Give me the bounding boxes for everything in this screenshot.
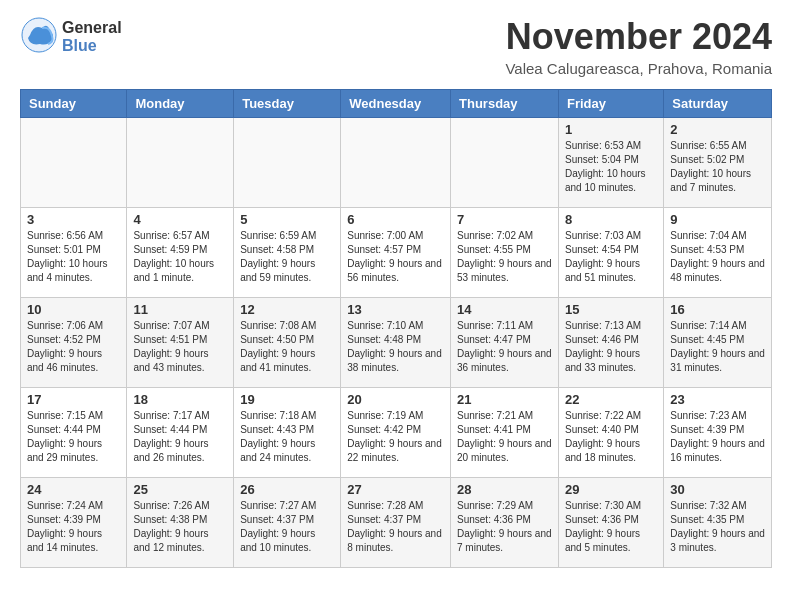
logo: General Blue (20, 16, 122, 58)
day-info: Sunrise: 7:10 AM Sunset: 4:48 PM Dayligh… (347, 319, 444, 375)
day-info: Sunrise: 7:32 AM Sunset: 4:35 PM Dayligh… (670, 499, 765, 555)
day-number: 15 (565, 302, 657, 317)
calendar-week-3: 10Sunrise: 7:06 AM Sunset: 4:52 PM Dayli… (21, 298, 772, 388)
day-info: Sunrise: 7:03 AM Sunset: 4:54 PM Dayligh… (565, 229, 657, 285)
page: General Blue November 2024 Valea Calugar… (0, 0, 792, 584)
day-info: Sunrise: 7:21 AM Sunset: 4:41 PM Dayligh… (457, 409, 552, 465)
calendar-cell: 10Sunrise: 7:06 AM Sunset: 4:52 PM Dayli… (21, 298, 127, 388)
calendar-cell: 4Sunrise: 6:57 AM Sunset: 4:59 PM Daylig… (127, 208, 234, 298)
col-sunday: Sunday (21, 90, 127, 118)
calendar-cell: 3Sunrise: 6:56 AM Sunset: 5:01 PM Daylig… (21, 208, 127, 298)
calendar-cell: 15Sunrise: 7:13 AM Sunset: 4:46 PM Dayli… (558, 298, 663, 388)
calendar-cell: 1Sunrise: 6:53 AM Sunset: 5:04 PM Daylig… (558, 118, 663, 208)
location: Valea Calugareasca, Prahova, Romania (505, 60, 772, 77)
header: General Blue November 2024 Valea Calugar… (20, 16, 772, 77)
day-info: Sunrise: 7:11 AM Sunset: 4:47 PM Dayligh… (457, 319, 552, 375)
day-number: 13 (347, 302, 444, 317)
col-tuesday: Tuesday (234, 90, 341, 118)
calendar-cell (21, 118, 127, 208)
day-info: Sunrise: 6:59 AM Sunset: 4:58 PM Dayligh… (240, 229, 334, 285)
day-info: Sunrise: 7:18 AM Sunset: 4:43 PM Dayligh… (240, 409, 334, 465)
day-info: Sunrise: 6:57 AM Sunset: 4:59 PM Dayligh… (133, 229, 227, 285)
day-info: Sunrise: 7:06 AM Sunset: 4:52 PM Dayligh… (27, 319, 120, 375)
col-thursday: Thursday (451, 90, 559, 118)
calendar-cell: 20Sunrise: 7:19 AM Sunset: 4:42 PM Dayli… (341, 388, 451, 478)
col-wednesday: Wednesday (341, 90, 451, 118)
calendar-cell (341, 118, 451, 208)
calendar-cell: 19Sunrise: 7:18 AM Sunset: 4:43 PM Dayli… (234, 388, 341, 478)
calendar-cell: 7Sunrise: 7:02 AM Sunset: 4:55 PM Daylig… (451, 208, 559, 298)
calendar: Sunday Monday Tuesday Wednesday Thursday… (20, 89, 772, 568)
day-info: Sunrise: 7:13 AM Sunset: 4:46 PM Dayligh… (565, 319, 657, 375)
calendar-week-5: 24Sunrise: 7:24 AM Sunset: 4:39 PM Dayli… (21, 478, 772, 568)
day-number: 28 (457, 482, 552, 497)
col-saturday: Saturday (664, 90, 772, 118)
calendar-cell: 23Sunrise: 7:23 AM Sunset: 4:39 PM Dayli… (664, 388, 772, 478)
day-number: 9 (670, 212, 765, 227)
day-number: 16 (670, 302, 765, 317)
day-number: 19 (240, 392, 334, 407)
day-number: 11 (133, 302, 227, 317)
day-info: Sunrise: 7:30 AM Sunset: 4:36 PM Dayligh… (565, 499, 657, 555)
day-number: 26 (240, 482, 334, 497)
day-number: 10 (27, 302, 120, 317)
calendar-cell: 24Sunrise: 7:24 AM Sunset: 4:39 PM Dayli… (21, 478, 127, 568)
calendar-week-4: 17Sunrise: 7:15 AM Sunset: 4:44 PM Dayli… (21, 388, 772, 478)
day-number: 5 (240, 212, 334, 227)
day-number: 22 (565, 392, 657, 407)
day-number: 25 (133, 482, 227, 497)
calendar-cell: 25Sunrise: 7:26 AM Sunset: 4:38 PM Dayli… (127, 478, 234, 568)
calendar-cell (127, 118, 234, 208)
calendar-cell: 18Sunrise: 7:17 AM Sunset: 4:44 PM Dayli… (127, 388, 234, 478)
calendar-cell: 28Sunrise: 7:29 AM Sunset: 4:36 PM Dayli… (451, 478, 559, 568)
calendar-cell: 21Sunrise: 7:21 AM Sunset: 4:41 PM Dayli… (451, 388, 559, 478)
day-number: 21 (457, 392, 552, 407)
day-info: Sunrise: 7:23 AM Sunset: 4:39 PM Dayligh… (670, 409, 765, 465)
day-info: Sunrise: 7:22 AM Sunset: 4:40 PM Dayligh… (565, 409, 657, 465)
day-number: 2 (670, 122, 765, 137)
day-number: 8 (565, 212, 657, 227)
day-info: Sunrise: 6:55 AM Sunset: 5:02 PM Dayligh… (670, 139, 765, 195)
calendar-cell: 22Sunrise: 7:22 AM Sunset: 4:40 PM Dayli… (558, 388, 663, 478)
day-info: Sunrise: 7:00 AM Sunset: 4:57 PM Dayligh… (347, 229, 444, 285)
calendar-cell: 29Sunrise: 7:30 AM Sunset: 4:36 PM Dayli… (558, 478, 663, 568)
day-number: 24 (27, 482, 120, 497)
col-friday: Friday (558, 90, 663, 118)
day-number: 29 (565, 482, 657, 497)
day-info: Sunrise: 7:04 AM Sunset: 4:53 PM Dayligh… (670, 229, 765, 285)
day-number: 7 (457, 212, 552, 227)
day-info: Sunrise: 7:19 AM Sunset: 4:42 PM Dayligh… (347, 409, 444, 465)
calendar-cell (234, 118, 341, 208)
day-info: Sunrise: 6:53 AM Sunset: 5:04 PM Dayligh… (565, 139, 657, 195)
day-number: 18 (133, 392, 227, 407)
day-number: 17 (27, 392, 120, 407)
calendar-cell: 14Sunrise: 7:11 AM Sunset: 4:47 PM Dayli… (451, 298, 559, 388)
logo-general: General (62, 19, 122, 36)
calendar-cell: 8Sunrise: 7:03 AM Sunset: 4:54 PM Daylig… (558, 208, 663, 298)
calendar-cell: 11Sunrise: 7:07 AM Sunset: 4:51 PM Dayli… (127, 298, 234, 388)
day-info: Sunrise: 7:15 AM Sunset: 4:44 PM Dayligh… (27, 409, 120, 465)
day-number: 4 (133, 212, 227, 227)
day-info: Sunrise: 7:29 AM Sunset: 4:36 PM Dayligh… (457, 499, 552, 555)
calendar-cell: 9Sunrise: 7:04 AM Sunset: 4:53 PM Daylig… (664, 208, 772, 298)
calendar-cell: 17Sunrise: 7:15 AM Sunset: 4:44 PM Dayli… (21, 388, 127, 478)
day-info: Sunrise: 7:07 AM Sunset: 4:51 PM Dayligh… (133, 319, 227, 375)
day-number: 1 (565, 122, 657, 137)
day-number: 3 (27, 212, 120, 227)
col-monday: Monday (127, 90, 234, 118)
calendar-cell: 26Sunrise: 7:27 AM Sunset: 4:37 PM Dayli… (234, 478, 341, 568)
day-number: 12 (240, 302, 334, 317)
day-info: Sunrise: 7:14 AM Sunset: 4:45 PM Dayligh… (670, 319, 765, 375)
calendar-week-1: 1Sunrise: 6:53 AM Sunset: 5:04 PM Daylig… (21, 118, 772, 208)
calendar-cell: 13Sunrise: 7:10 AM Sunset: 4:48 PM Dayli… (341, 298, 451, 388)
day-number: 20 (347, 392, 444, 407)
calendar-cell: 2Sunrise: 6:55 AM Sunset: 5:02 PM Daylig… (664, 118, 772, 208)
calendar-cell (451, 118, 559, 208)
day-number: 14 (457, 302, 552, 317)
day-number: 30 (670, 482, 765, 497)
calendar-cell: 5Sunrise: 6:59 AM Sunset: 4:58 PM Daylig… (234, 208, 341, 298)
calendar-cell: 12Sunrise: 7:08 AM Sunset: 4:50 PM Dayli… (234, 298, 341, 388)
day-info: Sunrise: 7:26 AM Sunset: 4:38 PM Dayligh… (133, 499, 227, 555)
calendar-cell: 16Sunrise: 7:14 AM Sunset: 4:45 PM Dayli… (664, 298, 772, 388)
month-title: November 2024 (505, 16, 772, 58)
